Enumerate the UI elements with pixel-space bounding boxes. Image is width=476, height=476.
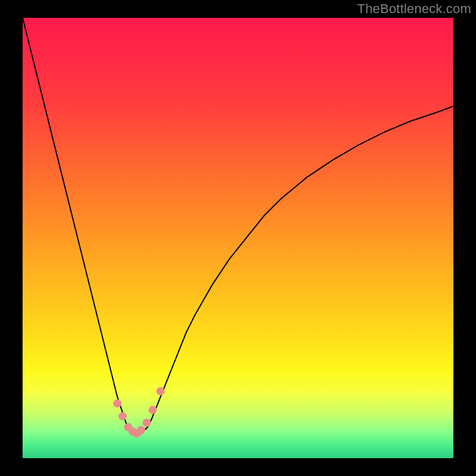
- watermark: TheBottleneck.com: [357, 1, 471, 17]
- bottleneck-curve: [23, 18, 453, 436]
- highlight-dot: [113, 399, 121, 408]
- plot-area: [23, 18, 453, 458]
- chart-frame: TheBottleneck.com: [0, 0, 476, 476]
- curve-layer: [23, 18, 453, 449]
- highlight-dot: [143, 419, 151, 427]
- highlight-dot: [156, 387, 165, 396]
- highlight-dots: [113, 387, 164, 438]
- highlight-dot: [118, 412, 127, 421]
- highlight-dot: [137, 426, 145, 434]
- highlight-dot: [149, 406, 157, 414]
